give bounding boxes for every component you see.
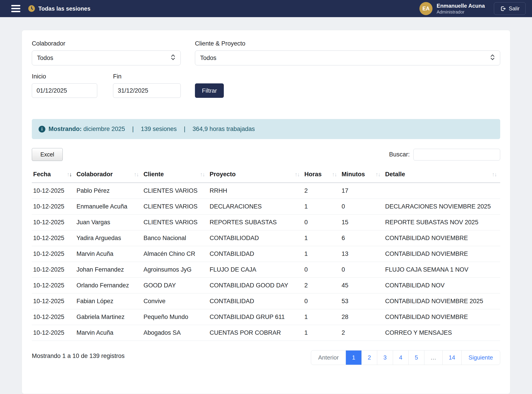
fin-date-input[interactable] (113, 83, 181, 98)
column-header-detalle[interactable]: Detalle↑↓ (384, 168, 500, 183)
column-header-horas[interactable]: Horas↑↓ (303, 168, 340, 183)
cell-fecha: 10-12-2025 (32, 278, 75, 293)
cell-fecha: 10-12-2025 (32, 325, 75, 341)
sessions-table: Fecha↑↓Colaborador↑↓Cliente↑↓Proyecto↑↓H… (32, 168, 500, 341)
pagination-prev: Anterior (311, 351, 346, 365)
column-label: Fecha (33, 171, 51, 178)
cell-horas: 2 (303, 183, 340, 199)
fin-label: Fin (113, 73, 181, 80)
inicio-label: Inicio (32, 73, 97, 80)
cell-colaborador: Pablo Pérez (75, 183, 142, 199)
column-label: Cliente (143, 171, 164, 178)
summary-period: diciembre 2025 (84, 125, 125, 132)
cell-fecha: 10-12-2025 (32, 215, 75, 230)
cell-detalle: REPORTE SUBASTAS NOV 2025 (384, 215, 500, 230)
cell-fecha: 10-12-2025 (32, 293, 75, 309)
cell-fecha: 10-12-2025 (32, 262, 75, 278)
pagination-page-1[interactable]: 1 (346, 351, 361, 365)
cell-fecha: 10-12-2025 (32, 246, 75, 262)
cell-horas: 0 (303, 215, 340, 230)
cell-detalle: CONTABILIDAD NOVIEMBRE (384, 230, 500, 246)
cell-colaborador: Marvin Acuña (75, 325, 142, 341)
cell-minutos: 0 (340, 199, 384, 215)
cell-colaborador: Gabriela Martinez (75, 309, 142, 325)
cell-detalle (384, 183, 500, 199)
cell-detalle: FLUJO CAJA SEMANA 1 NOV (384, 262, 500, 278)
cell-proyecto: CUENTAS POR COBRAR (208, 325, 303, 341)
cell-horas: 1 (303, 230, 340, 246)
cell-minutos: 6 (340, 230, 384, 246)
cell-horas: 2 (303, 278, 340, 293)
table-row: 10-12-2025Marvin AcuñaAlmacén Chino CRCO… (32, 246, 500, 262)
filtrar-button[interactable]: Filtrar (195, 83, 224, 98)
cell-detalle: CORREO Y MENSAJES (384, 325, 500, 341)
column-header-cliente[interactable]: Cliente↑↓ (142, 168, 208, 183)
cell-fecha: 10-12-2025 (32, 199, 75, 215)
column-header-colaborador[interactable]: Colaborador↑↓ (75, 168, 142, 183)
cell-horas: 0 (303, 262, 340, 278)
pagination-next[interactable]: Siguiente (462, 351, 500, 365)
pagination-page-2[interactable]: 2 (362, 351, 377, 365)
cell-cliente: CLIENTES VARIOS (142, 199, 208, 215)
column-header-minutos[interactable]: Minutos↑↓ (340, 168, 384, 183)
menu-toggle-button[interactable] (11, 4, 20, 13)
column-label: Horas (304, 171, 322, 178)
cell-minutos: 15 (340, 215, 384, 230)
cell-horas: 1 (303, 309, 340, 325)
pagination-page-3[interactable]: 3 (377, 351, 393, 365)
cell-minutos: 2 (340, 325, 384, 341)
inicio-date-input[interactable] (32, 83, 97, 98)
cell-cliente: Banco Nacional (142, 230, 208, 246)
cell-proyecto: CONTABILIDAD GRUP 611 (208, 309, 303, 325)
cell-detalle: CONTABILIDAD NOVIEMBRE 2025 (384, 293, 500, 309)
cliente-proyecto-select[interactable]: Todos (195, 51, 500, 65)
hamburger-bar (11, 11, 20, 12)
cell-cliente: Almacén Chino CR (142, 246, 208, 262)
cell-colaborador: Johan Fernandez (75, 262, 142, 278)
column-header-fecha[interactable]: Fecha↑↓ (32, 168, 75, 183)
filter-panel: Colaborador Todos Cliente & Proyecto Tod… (32, 40, 500, 98)
summary-banner: i Mostrando: diciembre 2025 | 139 sesion… (32, 119, 500, 139)
cell-horas: 1 (303, 325, 340, 341)
summary-separator: | (184, 125, 185, 132)
cell-cliente: CLIENTES VARIOS (142, 215, 208, 230)
avatar[interactable]: EA (419, 2, 432, 15)
page-title: Todas las sesiones (38, 5, 90, 12)
search-label: Buscar: (389, 151, 410, 158)
table-row: 10-12-2025Juan VargasCLIENTES VARIOSREPO… (32, 215, 500, 230)
pagination-page-14[interactable]: 14 (443, 351, 461, 365)
cell-cliente: Convive (142, 293, 208, 309)
cell-cliente: CLIENTES VARIOS (142, 183, 208, 199)
colaborador-select[interactable]: Todos (32, 51, 181, 65)
table-row: 10-12-2025Enmanuelle AcuñaCLIENTES VARIO… (32, 199, 500, 215)
excel-export-button[interactable]: Excel (32, 148, 63, 161)
search-input[interactable] (413, 149, 500, 161)
clock-icon (28, 5, 35, 12)
cliente-proyecto-label: Cliente & Proyecto (195, 40, 500, 47)
colaborador-select-value: Todos (37, 55, 53, 62)
info-icon: i (39, 126, 45, 133)
column-header-proyecto[interactable]: Proyecto↑↓ (208, 168, 303, 183)
table-row: 10-12-2025Gabriela MartinezPequeño Mundo… (32, 309, 500, 325)
sort-icon: ↑↓ (332, 171, 338, 178)
pagination: Anterior12345…14Siguiente (311, 350, 500, 365)
logout-button[interactable]: Salir (494, 2, 526, 15)
user-role: Administrador (437, 9, 485, 15)
records-info: Mostrando 1 a 10 de 139 registros (32, 350, 125, 359)
summary-separator: | (132, 125, 134, 132)
cell-proyecto: REPORTES SUBASTAS (208, 215, 303, 230)
cell-horas: 1 (303, 246, 340, 262)
cell-colaborador: Enmanuelle Acuña (75, 199, 142, 215)
cell-detalle: CONTABILIDAD NOVIEMBRE (384, 309, 500, 325)
cell-cliente: GOOD DAY (142, 278, 208, 293)
cell-horas: 1 (303, 199, 340, 215)
sort-icon: ↑↓ (492, 171, 498, 178)
table-row: 10-12-2025Marvin AcuñaAbogados SACUENTAS… (32, 325, 500, 341)
logout-label: Salir (509, 5, 520, 12)
column-label: Colaborador (76, 171, 113, 178)
cell-cliente: Abogados SA (142, 325, 208, 341)
column-label: Proyecto (210, 171, 236, 178)
pagination-page-4[interactable]: 4 (393, 351, 408, 365)
pagination-page-5[interactable]: 5 (409, 351, 424, 365)
cell-colaborador: Yadira Arguedas (75, 230, 142, 246)
